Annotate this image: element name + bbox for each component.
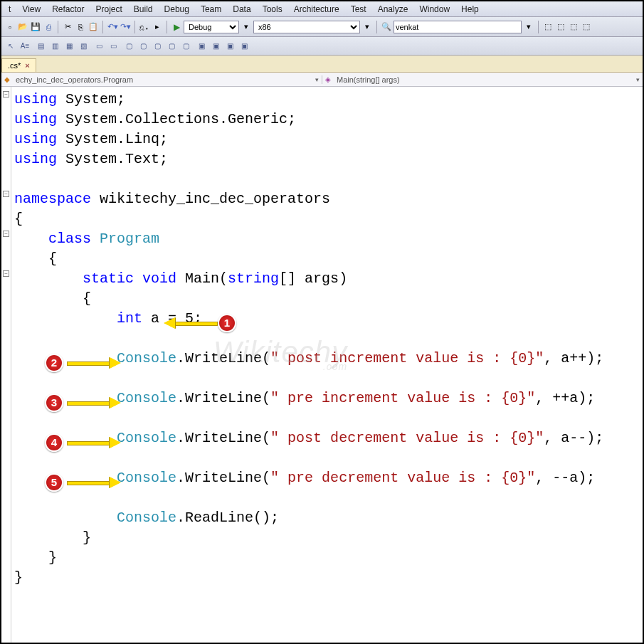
font-icon[interactable]: A≡ xyxy=(19,41,31,52)
menu-item[interactable]: Project xyxy=(92,3,127,16)
arrow-left-icon xyxy=(161,320,218,327)
arrow-right-icon xyxy=(67,479,124,486)
tab-strip: .cs* × xyxy=(1,56,643,73)
cut-icon[interactable]: ✂ xyxy=(62,21,73,33)
menu-item[interactable]: t xyxy=(4,3,15,16)
menu-item[interactable]: Refactor xyxy=(48,3,88,16)
fold-toggle[interactable]: − xyxy=(3,91,9,97)
annotation-badge-4: 4 xyxy=(45,433,63,452)
format-icon[interactable]: ▦ xyxy=(63,41,75,52)
class-label: echy_inc_dec_operators.Program xyxy=(16,75,133,84)
arrow-right-icon xyxy=(67,359,124,366)
box-icon[interactable]: ▢ xyxy=(151,41,164,52)
close-icon[interactable]: × xyxy=(25,61,29,70)
box-icon[interactable]: ▢ xyxy=(137,41,149,52)
box-icon[interactable]: ▢ xyxy=(179,41,192,52)
chevron-down-icon[interactable]: ▾ xyxy=(241,21,252,33)
arrow-right-icon xyxy=(67,399,124,406)
fold-gutter: − − − − xyxy=(1,87,11,643)
save-icon[interactable]: 💾 xyxy=(30,21,41,33)
menu-item[interactable]: View xyxy=(18,3,45,16)
method-dropdown[interactable]: ◈ Main(string[] args) ▾ xyxy=(322,75,643,84)
tool-icon[interactable]: ⬚ xyxy=(542,21,554,33)
search-input[interactable] xyxy=(394,21,522,33)
menu-item[interactable]: Window xyxy=(415,3,454,16)
start-icon[interactable]: ▶ xyxy=(171,21,182,33)
fold-toggle[interactable]: − xyxy=(3,191,9,197)
platform-dropdown[interactable]: x86 xyxy=(253,21,360,33)
outdent-icon[interactable]: ▥ xyxy=(48,41,61,52)
menu-item[interactable]: Architecture xyxy=(290,3,344,16)
annotation-badge-2: 2 xyxy=(45,354,63,372)
fold-toggle[interactable]: − xyxy=(3,270,9,277)
redo-icon[interactable]: ↷▾ xyxy=(120,21,131,33)
tool-icon[interactable]: ⬚ xyxy=(555,21,566,33)
paste-icon[interactable]: 📋 xyxy=(88,21,99,33)
menu-item[interactable]: Analyze xyxy=(374,3,413,16)
method-label: Main(string[] args) xyxy=(337,75,400,84)
main-toolbar: ▫ 📂 💾 ⎙ ✂ ⎘ 📋 ↶▾ ↷▾ ⎌▾ ▸ ▶ Debug ▾ x86 ▾… xyxy=(1,17,643,37)
annotation-badge-5: 5 xyxy=(45,473,63,492)
box-icon[interactable]: ▢ xyxy=(165,41,178,52)
box-icon[interactable]: ▣ xyxy=(238,41,250,52)
save-all-icon[interactable]: ⎙ xyxy=(43,21,54,33)
code-editor[interactable]: − − − − using System; using System.Colle… xyxy=(1,87,643,643)
menu-bar: t View Refactor Project Build Debug Team… xyxy=(1,1,643,17)
menu-item[interactable]: Build xyxy=(130,3,157,16)
fold-toggle[interactable]: − xyxy=(3,231,9,237)
method-icon: ◈ xyxy=(325,75,334,84)
secondary-toolbar: ↖ A≡ ▤ ▥ ▦ ▧ ▭ ▭ ▢ ▢ ▢ ▢ ▢ ▣ ▣ ▣ ▣ xyxy=(1,37,643,56)
code-area[interactable]: using System; using System.Collections.G… xyxy=(11,87,643,643)
menu-item[interactable]: Debug xyxy=(160,3,194,16)
copy-icon[interactable]: ⎘ xyxy=(75,21,86,33)
nav-bar: ◆ echy_inc_dec_operators.Program ▾ ◈ Mai… xyxy=(1,73,643,87)
pointer-icon[interactable]: ↖ xyxy=(4,41,17,52)
format-icon[interactable]: ▧ xyxy=(77,41,90,52)
box-icon[interactable]: ▣ xyxy=(209,41,222,52)
box-icon[interactable]: ▢ xyxy=(122,41,135,52)
tab-file[interactable]: .cs* × xyxy=(1,58,36,72)
menu-item[interactable]: Help xyxy=(457,3,483,16)
box-icon[interactable]: ▣ xyxy=(195,41,208,52)
class-icon: ◆ xyxy=(4,75,13,84)
chevron-down-icon: ▾ xyxy=(636,76,640,83)
fwd-icon[interactable]: ▸ xyxy=(152,21,163,33)
nav-icon[interactable]: ⎌▾ xyxy=(139,21,150,33)
undo-icon[interactable]: ↶▾ xyxy=(107,21,118,33)
chevron-down-icon[interactable]: ▾ xyxy=(523,21,534,33)
new-icon[interactable]: ▫ xyxy=(4,21,16,33)
annotation-badge-3: 3 xyxy=(45,394,63,412)
comment-icon[interactable]: ▭ xyxy=(93,41,105,52)
uncomment-icon[interactable]: ▭ xyxy=(107,41,120,52)
box-icon[interactable]: ▣ xyxy=(223,41,236,52)
chevron-down-icon[interactable]: ▾ xyxy=(361,21,373,33)
tab-label: .cs* xyxy=(8,61,21,70)
menu-item[interactable]: Data xyxy=(228,3,255,16)
tool-icon[interactable]: ⬚ xyxy=(581,21,592,33)
chevron-down-icon: ▾ xyxy=(315,76,319,83)
arrow-right-icon xyxy=(67,439,124,446)
menu-item[interactable]: Team xyxy=(196,3,226,16)
indent-icon[interactable]: ▤ xyxy=(34,41,47,52)
menu-item[interactable]: Tools xyxy=(258,3,287,16)
open-icon[interactable]: 📂 xyxy=(17,21,28,33)
config-dropdown[interactable]: Debug xyxy=(184,21,239,33)
annotation-badge-1: 1 xyxy=(218,314,236,332)
tool-icon[interactable]: ⬚ xyxy=(568,21,579,33)
class-dropdown[interactable]: ◆ echy_inc_dec_operators.Program ▾ xyxy=(1,75,322,84)
menu-item[interactable]: Test xyxy=(347,3,371,16)
find-icon[interactable]: 🔍 xyxy=(381,21,392,33)
